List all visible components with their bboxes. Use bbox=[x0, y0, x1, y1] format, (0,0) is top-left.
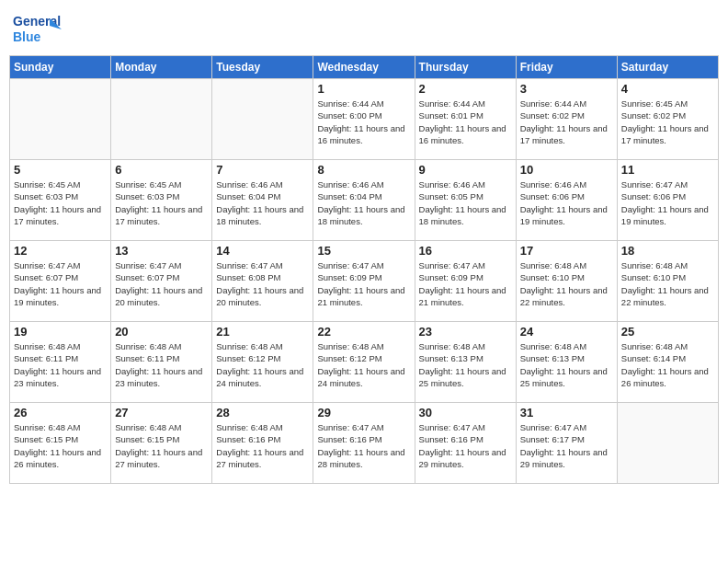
calendar-cell: 22Sunrise: 6:48 AMSunset: 6:12 PMDayligh… bbox=[313, 322, 415, 403]
calendar-cell: 1Sunrise: 6:44 AMSunset: 6:00 PMDaylight… bbox=[313, 79, 415, 160]
calendar-week-row: 5Sunrise: 6:45 AMSunset: 6:03 PMDaylight… bbox=[10, 160, 719, 241]
day-info: Sunrise: 6:47 AMSunset: 6:16 PMDaylight:… bbox=[419, 421, 512, 470]
day-info: Sunrise: 6:47 AMSunset: 6:09 PMDaylight:… bbox=[317, 259, 410, 308]
day-info: Sunrise: 6:48 AMSunset: 6:11 PMDaylight:… bbox=[115, 340, 208, 389]
day-of-week-header: Wednesday bbox=[313, 56, 415, 79]
day-of-week-header: Thursday bbox=[415, 56, 516, 79]
day-number: 5 bbox=[14, 163, 107, 177]
calendar-cell: 7Sunrise: 6:46 AMSunset: 6:04 PMDaylight… bbox=[212, 160, 313, 241]
day-info: Sunrise: 6:47 AMSunset: 6:06 PMDaylight:… bbox=[621, 178, 714, 227]
day-info: Sunrise: 6:48 AMSunset: 6:12 PMDaylight:… bbox=[317, 340, 410, 389]
calendar-cell: 20Sunrise: 6:48 AMSunset: 6:11 PMDayligh… bbox=[111, 322, 212, 403]
calendar-week-row: 12Sunrise: 6:47 AMSunset: 6:07 PMDayligh… bbox=[10, 241, 719, 322]
day-info: Sunrise: 6:48 AMSunset: 6:12 PMDaylight:… bbox=[216, 340, 309, 389]
day-number: 27 bbox=[115, 406, 208, 419]
calendar-table: SundayMondayTuesdayWednesdayThursdayFrid… bbox=[9, 55, 719, 484]
day-info: Sunrise: 6:47 AMSunset: 6:09 PMDaylight:… bbox=[419, 259, 512, 308]
day-info: Sunrise: 6:46 AMSunset: 6:04 PMDaylight:… bbox=[317, 178, 410, 227]
day-info: Sunrise: 6:45 AMSunset: 6:03 PMDaylight:… bbox=[115, 178, 208, 227]
calendar-week-row: 1Sunrise: 6:44 AMSunset: 6:00 PMDaylight… bbox=[10, 79, 719, 160]
day-number: 16 bbox=[419, 244, 512, 258]
day-number: 3 bbox=[520, 82, 613, 96]
calendar-cell bbox=[212, 79, 313, 160]
day-info: Sunrise: 6:48 AMSunset: 6:13 PMDaylight:… bbox=[520, 340, 613, 389]
day-number: 10 bbox=[520, 163, 613, 177]
calendar-cell: 24Sunrise: 6:48 AMSunset: 6:13 PMDayligh… bbox=[516, 322, 617, 403]
day-number: 28 bbox=[216, 406, 309, 419]
day-number: 26 bbox=[14, 406, 107, 419]
day-number: 1 bbox=[317, 82, 410, 96]
day-number: 31 bbox=[520, 406, 613, 419]
day-number: 30 bbox=[419, 406, 512, 419]
calendar-cell: 18Sunrise: 6:48 AMSunset: 6:10 PMDayligh… bbox=[617, 241, 718, 322]
calendar-cell: 8Sunrise: 6:46 AMSunset: 6:04 PMDaylight… bbox=[313, 160, 415, 241]
day-number: 12 bbox=[14, 244, 107, 258]
day-info: Sunrise: 6:47 AMSunset: 6:08 PMDaylight:… bbox=[216, 259, 309, 308]
day-number: 8 bbox=[317, 163, 410, 177]
day-number: 19 bbox=[14, 325, 107, 339]
day-number: 18 bbox=[621, 244, 714, 258]
calendar-week-row: 26Sunrise: 6:48 AMSunset: 6:15 PMDayligh… bbox=[10, 403, 719, 484]
calendar-cell: 16Sunrise: 6:47 AMSunset: 6:09 PMDayligh… bbox=[415, 241, 516, 322]
day-of-week-header: Monday bbox=[111, 56, 212, 79]
day-info: Sunrise: 6:44 AMSunset: 6:01 PMDaylight:… bbox=[419, 98, 512, 146]
day-info: Sunrise: 6:44 AMSunset: 6:02 PMDaylight:… bbox=[520, 98, 613, 146]
day-info: Sunrise: 6:48 AMSunset: 6:10 PMDaylight:… bbox=[621, 259, 714, 308]
day-info: Sunrise: 6:47 AMSunset: 6:07 PMDaylight:… bbox=[14, 259, 107, 308]
calendar-cell: 14Sunrise: 6:47 AMSunset: 6:08 PMDayligh… bbox=[212, 241, 313, 322]
day-info: Sunrise: 6:46 AMSunset: 6:05 PMDaylight:… bbox=[419, 178, 512, 227]
day-number: 14 bbox=[216, 244, 309, 258]
calendar-cell: 25Sunrise: 6:48 AMSunset: 6:14 PMDayligh… bbox=[617, 322, 718, 403]
calendar-cell: 31Sunrise: 6:47 AMSunset: 6:17 PMDayligh… bbox=[516, 403, 617, 484]
calendar-cell: 4Sunrise: 6:45 AMSunset: 6:02 PMDaylight… bbox=[617, 79, 718, 160]
day-number: 25 bbox=[621, 325, 714, 339]
day-info: Sunrise: 6:48 AMSunset: 6:15 PMDaylight:… bbox=[14, 421, 107, 470]
day-of-week-header: Friday bbox=[516, 56, 617, 79]
calendar-cell: 29Sunrise: 6:47 AMSunset: 6:16 PMDayligh… bbox=[313, 403, 415, 484]
day-info: Sunrise: 6:47 AMSunset: 6:17 PMDaylight:… bbox=[520, 421, 613, 470]
calendar-header-row: SundayMondayTuesdayWednesdayThursdayFrid… bbox=[10, 56, 719, 79]
calendar-cell: 6Sunrise: 6:45 AMSunset: 6:03 PMDaylight… bbox=[111, 160, 212, 241]
day-info: Sunrise: 6:46 AMSunset: 6:06 PMDaylight:… bbox=[520, 178, 613, 227]
calendar-cell: 5Sunrise: 6:45 AMSunset: 6:03 PMDaylight… bbox=[10, 160, 111, 241]
calendar-cell: 10Sunrise: 6:46 AMSunset: 6:06 PMDayligh… bbox=[516, 160, 617, 241]
calendar-cell: 17Sunrise: 6:48 AMSunset: 6:10 PMDayligh… bbox=[516, 241, 617, 322]
calendar-cell: 19Sunrise: 6:48 AMSunset: 6:11 PMDayligh… bbox=[10, 322, 111, 403]
calendar-cell: 9Sunrise: 6:46 AMSunset: 6:05 PMDaylight… bbox=[415, 160, 516, 241]
day-info: Sunrise: 6:47 AMSunset: 6:16 PMDaylight:… bbox=[317, 421, 410, 470]
day-info: Sunrise: 6:48 AMSunset: 6:11 PMDaylight:… bbox=[14, 340, 107, 389]
calendar-cell bbox=[617, 403, 718, 484]
logo: GeneralBlue bbox=[13, 9, 63, 48]
day-number: 23 bbox=[419, 325, 512, 339]
calendar-cell bbox=[10, 79, 111, 160]
day-info: Sunrise: 6:44 AMSunset: 6:00 PMDaylight:… bbox=[317, 98, 410, 146]
day-number: 24 bbox=[520, 325, 613, 339]
calendar-week-row: 19Sunrise: 6:48 AMSunset: 6:11 PMDayligh… bbox=[10, 322, 719, 403]
day-number: 13 bbox=[115, 244, 208, 258]
day-info: Sunrise: 6:46 AMSunset: 6:04 PMDaylight:… bbox=[216, 178, 309, 227]
calendar-cell: 13Sunrise: 6:47 AMSunset: 6:07 PMDayligh… bbox=[111, 241, 212, 322]
day-number: 15 bbox=[317, 244, 410, 258]
logo-svg: GeneralBlue bbox=[13, 9, 63, 48]
calendar-cell: 11Sunrise: 6:47 AMSunset: 6:06 PMDayligh… bbox=[617, 160, 718, 241]
day-of-week-header: Tuesday bbox=[212, 56, 313, 79]
calendar-cell: 28Sunrise: 6:48 AMSunset: 6:16 PMDayligh… bbox=[212, 403, 313, 484]
svg-text:Blue: Blue bbox=[13, 29, 41, 44]
day-info: Sunrise: 6:48 AMSunset: 6:14 PMDaylight:… bbox=[621, 340, 714, 389]
calendar-cell: 3Sunrise: 6:44 AMSunset: 6:02 PMDaylight… bbox=[516, 79, 617, 160]
day-number: 20 bbox=[115, 325, 208, 339]
day-of-week-header: Saturday bbox=[617, 56, 718, 79]
day-number: 11 bbox=[621, 163, 714, 177]
calendar-cell: 21Sunrise: 6:48 AMSunset: 6:12 PMDayligh… bbox=[212, 322, 313, 403]
day-info: Sunrise: 6:48 AMSunset: 6:10 PMDaylight:… bbox=[520, 259, 613, 308]
day-number: 22 bbox=[317, 325, 410, 339]
day-number: 4 bbox=[621, 82, 714, 96]
day-number: 6 bbox=[115, 163, 208, 177]
day-number: 17 bbox=[520, 244, 613, 258]
day-number: 29 bbox=[317, 406, 410, 419]
calendar-cell: 27Sunrise: 6:48 AMSunset: 6:15 PMDayligh… bbox=[111, 403, 212, 484]
day-number: 21 bbox=[216, 325, 309, 339]
day-info: Sunrise: 6:48 AMSunset: 6:13 PMDaylight:… bbox=[419, 340, 512, 389]
day-number: 2 bbox=[419, 82, 512, 96]
calendar-cell: 12Sunrise: 6:47 AMSunset: 6:07 PMDayligh… bbox=[10, 241, 111, 322]
